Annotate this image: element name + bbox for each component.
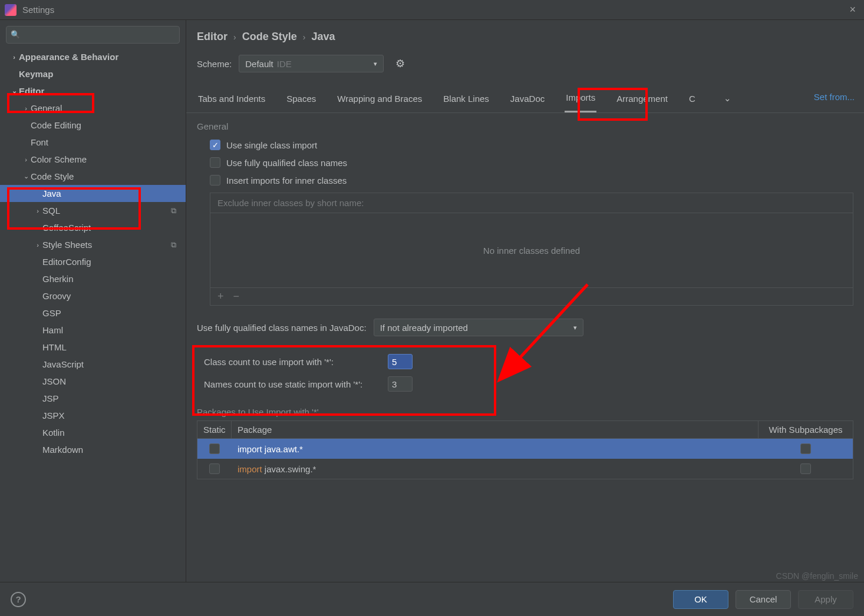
search-icon: 🔍 — [11, 30, 20, 39]
footer: ? OK Cancel Apply — [0, 582, 864, 616]
sidebar-item-label: HTML — [42, 342, 180, 352]
window-title: Settings — [22, 5, 54, 15]
tab-javadoc[interactable]: JavaDoc — [509, 90, 546, 112]
breadcrumb-item: Java — [311, 31, 335, 43]
checkbox-icon[interactable] — [800, 443, 811, 454]
sidebar-item-font[interactable]: Font — [0, 134, 186, 151]
gear-icon[interactable]: ⚙ — [395, 57, 405, 70]
chevron-down-icon[interactable]: ⌄ — [723, 90, 733, 112]
sidebar-item-kotlin[interactable]: Kotlin — [0, 424, 186, 441]
exclude-toolbar: + − — [210, 287, 853, 305]
tab-tabs-and-indents[interactable]: Tabs and Indents — [197, 90, 266, 112]
titlebar: Settings × — [0, 0, 864, 20]
scheme-suffix: IDE — [277, 59, 292, 69]
fq-label: Use fully qualified class names in JavaD… — [197, 323, 367, 333]
sidebar-item-gherkin[interactable]: Gherkin — [0, 270, 186, 287]
sidebar-item-jspx[interactable]: JSPX — [0, 407, 186, 424]
checkbox-icon[interactable] — [209, 443, 220, 454]
checkbox-icon[interactable] — [210, 157, 220, 168]
chevron-right-icon: › — [33, 241, 42, 249]
sidebar-item-appearance-behavior[interactable]: ›Appearance & Behavior — [0, 48, 186, 65]
sidebar-item-editorconfig[interactable]: EditorConfig — [0, 253, 186, 270]
sidebar-item-jsp[interactable]: JSP — [0, 390, 186, 407]
sidebar: 🔍 ›Appearance & BehaviorKeymap⌄Editor›Ge… — [0, 20, 186, 582]
sidebar-item-label: CoffeeScript — [42, 223, 180, 233]
add-icon[interactable]: + — [217, 290, 224, 303]
apply-button[interactable]: Apply — [798, 590, 853, 609]
class-count-label: Class count to use import with '*': — [204, 357, 388, 367]
names-count-row: Names count to use static import with '*… — [204, 373, 853, 395]
sidebar-item-style-sheets[interactable]: ›Style Sheets⧉ — [0, 236, 186, 253]
copy-icon[interactable]: ⧉ — [171, 206, 180, 216]
tab-spaces[interactable]: Spaces — [285, 90, 317, 112]
checkbox-icon[interactable] — [209, 463, 220, 474]
packages-header: Static Package With Subpackages — [197, 421, 853, 439]
chevron-down-icon: ▾ — [374, 60, 377, 68]
sidebar-item-label: Markdown — [42, 445, 180, 455]
search-bar: 🔍 — [6, 26, 180, 44]
tab-arrangement[interactable]: Arrangement — [615, 90, 669, 112]
cb-insert-inner[interactable]: Insert imports for inner classes — [197, 171, 853, 189]
package-text: javax.swing.* — [262, 464, 316, 474]
breadcrumb: Editor › Code Style › Java — [186, 20, 864, 47]
scheme-dropdown[interactable]: Default IDE ▾ — [239, 55, 384, 72]
checkbox-icon[interactable] — [210, 175, 220, 186]
sidebar-item-markdown[interactable]: Markdown — [0, 441, 186, 458]
sidebar-item-gsp[interactable]: GSP — [0, 304, 186, 322]
sidebar-item-javascript[interactable]: JavaScript — [0, 356, 186, 373]
remove-icon[interactable]: − — [233, 290, 240, 303]
sidebar-item-java[interactable]: Java — [0, 185, 186, 202]
section-general-title: General — [197, 118, 853, 136]
sidebar-item-label: Java — [42, 188, 180, 198]
chevron-right-icon: › — [233, 32, 236, 42]
close-icon[interactable]: × — [846, 4, 859, 16]
sidebar-item-html[interactable]: HTML — [0, 339, 186, 356]
cancel-button[interactable]: Cancel — [736, 590, 791, 609]
sidebar-item-groovy[interactable]: Groovy — [0, 287, 186, 304]
class-count-input[interactable] — [388, 354, 413, 369]
cb-label: Use fully qualified class names — [226, 158, 347, 168]
tab-imports[interactable]: Imports — [565, 89, 596, 112]
copy-icon[interactable]: ⧉ — [171, 240, 180, 250]
tab-c[interactable]: C — [688, 90, 697, 112]
scheme-label: Scheme: — [197, 59, 232, 69]
tab-blank-lines[interactable]: Blank Lines — [442, 90, 490, 112]
exclude-empty-text: No inner classes defined — [210, 213, 853, 287]
sidebar-item-coffeescript[interactable]: CoffeeScript — [0, 219, 186, 236]
count-block: Class count to use import with '*': Name… — [197, 341, 853, 398]
table-row[interactable]: import java.awt.* — [197, 439, 853, 459]
breadcrumb-item[interactable]: Code Style — [242, 31, 297, 43]
sidebar-item-code-editing[interactable]: Code Editing — [0, 117, 186, 134]
packages-table: Static Package With Subpackages import j… — [197, 420, 853, 479]
ok-button[interactable]: OK — [673, 590, 728, 609]
sidebar-item-label: Keymap — [19, 69, 180, 79]
sidebar-item-color-scheme[interactable]: ›Color Scheme — [0, 151, 186, 168]
sidebar-item-code-style[interactable]: ⌄Code Style — [0, 168, 186, 185]
sidebar-item-label: JavaScript — [42, 359, 180, 369]
exclude-header: Exclude inner classes by short name: — [210, 193, 853, 213]
settings-tree[interactable]: ›Appearance & BehaviorKeymap⌄Editor›Gene… — [0, 48, 186, 582]
sidebar-item-sql[interactable]: ›SQL⧉ — [0, 202, 186, 219]
sidebar-item-json[interactable]: JSON — [0, 373, 186, 390]
checkbox-icon[interactable] — [800, 463, 811, 474]
col-package: Package — [232, 421, 759, 438]
table-row[interactable]: import javax.swing.* — [197, 459, 853, 479]
sidebar-item-label: Kotlin — [42, 428, 180, 438]
tab-bar: Tabs and IndentsSpacesWrapping and Brace… — [186, 78, 864, 113]
sidebar-item-keymap[interactable]: Keymap — [0, 65, 186, 82]
fq-dropdown[interactable]: If not already imported ▾ — [374, 319, 583, 336]
sidebar-item-haml[interactable]: Haml — [0, 322, 186, 339]
help-icon[interactable]: ? — [11, 592, 26, 607]
sidebar-item-editor[interactable]: ⌄Editor — [0, 82, 186, 100]
fq-row: Use fully qualified class names in JavaD… — [197, 313, 853, 341]
tab-wrapping-and-braces[interactable]: Wrapping and Braces — [336, 90, 423, 112]
checkbox-icon[interactable]: ✓ — [210, 140, 220, 150]
names-count-input[interactable] — [388, 376, 413, 392]
sidebar-item-label: Haml — [42, 325, 180, 335]
set-from-link[interactable]: Set from... — [814, 92, 855, 102]
breadcrumb-item[interactable]: Editor — [197, 31, 227, 43]
search-input[interactable] — [6, 26, 180, 44]
cb-single-class-import[interactable]: ✓ Use single class import — [197, 136, 853, 154]
sidebar-item-general[interactable]: ›General — [0, 100, 186, 117]
cb-use-fqcn[interactable]: Use fully qualified class names — [197, 154, 853, 171]
